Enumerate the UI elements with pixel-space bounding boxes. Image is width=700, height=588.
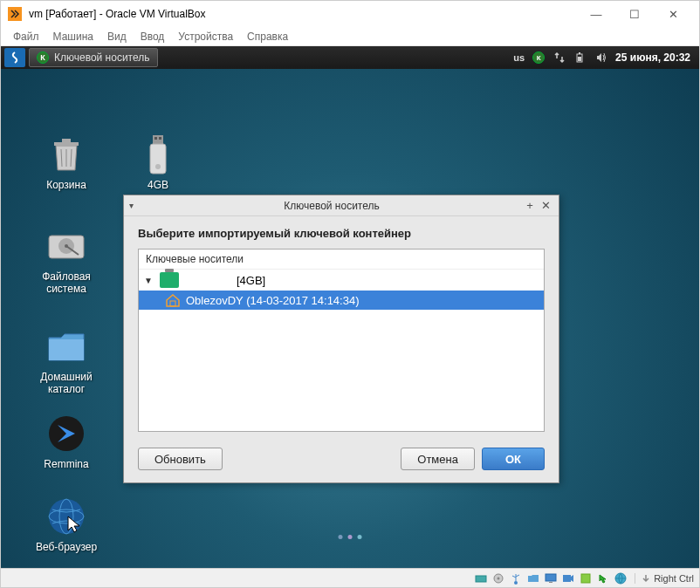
status-shared-folder-icon[interactable]: [526, 571, 540, 585]
desktop-icon-remmina[interactable]: Remmina: [27, 413, 106, 470]
svg-rect-17: [49, 339, 84, 360]
tray-app-icon[interactable]: К: [532, 51, 546, 65]
menu-help[interactable]: Справка: [242, 29, 293, 44]
status-network-icon[interactable]: [614, 571, 628, 585]
svg-rect-4: [54, 142, 79, 146]
trash-icon: [45, 133, 87, 175]
menu-file[interactable]: Файл: [8, 29, 45, 44]
maximize-button[interactable]: ☐: [615, 2, 654, 26]
taskbar-item-key-carrier[interactable]: К Ключевой носитель: [29, 48, 158, 67]
volume-icon[interactable]: [594, 51, 608, 65]
loading-indicator: [339, 535, 362, 539]
vbox-titlebar: vm [Работает] - Oracle VM VirtualBox — ☐…: [1, 1, 699, 27]
status-recording-icon[interactable]: [561, 571, 575, 585]
menu-devices[interactable]: Устройства: [173, 29, 238, 44]
vbox-app-icon: [8, 7, 22, 21]
desktop-icon-label: Remmina: [27, 458, 106, 470]
globe-icon: [45, 496, 87, 537]
svg-rect-28: [549, 582, 552, 583]
desktop-icon-label: Корзина: [27, 179, 106, 191]
status-optical-icon[interactable]: [491, 571, 505, 585]
arrow-down-icon: [641, 573, 651, 584]
dialog-close-button[interactable]: ✕: [538, 198, 553, 214]
host-key-indicator[interactable]: Right Ctrl: [635, 573, 694, 584]
desktop-icon-label: Домашний каталог: [27, 371, 106, 396]
desktop-icon-label: Файловая система: [27, 270, 106, 296]
svg-rect-27: [546, 574, 556, 581]
keyboard-layout-indicator[interactable]: us: [513, 52, 525, 63]
status-display-icon[interactable]: [544, 571, 558, 585]
vbox-window-title: vm [Работает] - Oracle VM VirtualBox: [29, 8, 577, 20]
dialog-title: Ключевой носитель: [141, 200, 522, 212]
desktop-icon-trash[interactable]: Корзина: [27, 133, 106, 191]
menu-view[interactable]: Вид: [102, 29, 132, 44]
desktop-icon-label: Веб-браузер: [27, 541, 106, 553]
cancel-button[interactable]: Отмена: [401, 448, 475, 470]
svg-rect-2: [579, 52, 580, 54]
svg-point-13: [155, 164, 161, 169]
device-label: [4GB]: [237, 274, 265, 287]
vbox-menubar: Файл Машина Вид Ввод Устройства Справка: [1, 27, 699, 46]
tree-row-container[interactable]: OblezovDY (14-03-2017 14:14:34): [139, 291, 544, 310]
network-icon[interactable]: [552, 51, 566, 65]
svg-rect-9: [153, 135, 163, 144]
desktop-icon-label: 4GB: [119, 179, 197, 191]
window-menu-icon[interactable]: ▾: [129, 201, 141, 210]
tree-row-device[interactable]: ▼ [4GB]: [139, 270, 544, 291]
key-carrier-dialog: ▾ Ключевой носитель + ✕ Выберите импорти…: [123, 195, 559, 483]
tree-column-header: Ключевые носители: [139, 250, 544, 270]
guest-desktop: К Ключевой носитель us К 25 июня, 20:32 …: [1, 46, 699, 568]
dialog-titlebar[interactable]: ▾ Ключевой носитель + ✕: [124, 195, 559, 216]
close-button[interactable]: ✕: [654, 2, 692, 26]
svg-point-26: [514, 581, 518, 585]
svg-rect-22: [170, 301, 175, 306]
desktop-icon-usb[interactable]: 4GB: [119, 133, 197, 191]
taskbar-item-label: Ключевой носитель: [54, 51, 150, 64]
dialog-maximize-button[interactable]: +: [522, 198, 538, 214]
desktop-icon-home[interactable]: Домашний каталог: [27, 325, 106, 396]
host-key-label: Right Ctrl: [654, 573, 694, 584]
usb-drive-icon: [137, 133, 179, 175]
status-mouse-icon[interactable]: [596, 571, 610, 585]
svg-rect-29: [563, 575, 571, 582]
key-container-tree[interactable]: Ключевые носители ▼ [4GB] OblezovDY (14-…: [138, 249, 545, 432]
minimize-button[interactable]: —: [577, 2, 615, 26]
hard-drive-icon: [45, 225, 87, 267]
ok-button[interactable]: ОК: [482, 448, 545, 470]
refresh-button[interactable]: Обновить: [138, 448, 223, 470]
dialog-button-row: Обновить Отмена ОК: [124, 439, 559, 482]
vbox-status-bar: Right Ctrl: [1, 568, 699, 587]
key-container-icon: [165, 293, 181, 307]
svg-rect-3: [578, 57, 581, 61]
svg-rect-5: [62, 139, 71, 142]
usb-device-icon: [160, 272, 179, 288]
svg-rect-11: [159, 137, 161, 140]
desktop-icon-filesystem[interactable]: Файловая система: [27, 225, 106, 296]
status-hard-disk-icon[interactable]: [474, 571, 488, 585]
start-menu-icon[interactable]: [4, 48, 25, 67]
menu-machine[interactable]: Машина: [48, 29, 99, 44]
dialog-heading: Выберите импортируемый ключевой контейне…: [138, 227, 545, 240]
svg-rect-23: [476, 576, 486, 582]
menu-input[interactable]: Ввод: [135, 29, 170, 44]
status-usb-icon[interactable]: [509, 571, 523, 585]
expand-collapse-icon[interactable]: ▼: [144, 276, 154, 285]
clock[interactable]: 25 июня, 20:32: [615, 51, 690, 64]
svg-point-25: [498, 577, 500, 579]
folder-icon: [45, 325, 87, 367]
container-label: OblezovDY (14-03-2017 14:14:34): [186, 294, 360, 307]
system-tray: us К 25 июня, 20:32: [513, 51, 696, 65]
desktop-icon-browser[interactable]: Веб-браузер: [27, 496, 106, 553]
battery-icon[interactable]: [573, 51, 587, 65]
status-guest-additions-icon[interactable]: [579, 571, 593, 585]
svg-rect-30: [581, 574, 590, 583]
guest-top-panel: К Ключевой носитель us К 25 июня, 20:32: [1, 46, 699, 69]
remmina-icon: [45, 413, 87, 455]
svg-rect-10: [154, 137, 157, 140]
key-carrier-app-icon: К: [37, 51, 49, 64]
